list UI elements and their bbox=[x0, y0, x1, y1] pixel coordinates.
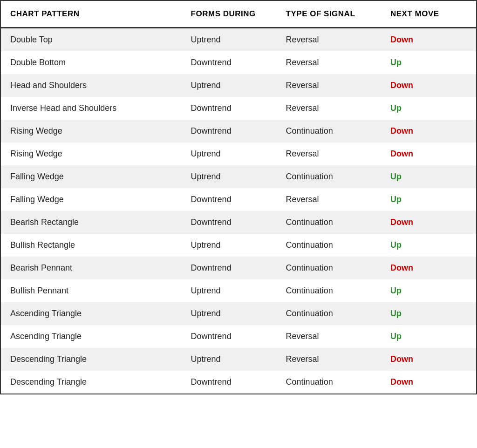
cell-signal-type: Continuation bbox=[277, 234, 381, 257]
table-row: Descending TriangleDowntrendContinuation… bbox=[1, 371, 476, 394]
header-type-of-signal: TYPE OF SIGNAL bbox=[277, 1, 381, 28]
cell-signal-type: Reversal bbox=[277, 143, 381, 165]
header-next-move: NEXT MOVE bbox=[381, 1, 476, 28]
cell-chart-pattern: Head and Shoulders bbox=[1, 74, 182, 97]
table-header-row: CHART PATTERN FORMS DURING TYPE OF SIGNA… bbox=[1, 1, 476, 28]
cell-signal-type: Reversal bbox=[277, 325, 381, 348]
cell-chart-pattern: Bullish Rectangle bbox=[1, 234, 182, 257]
table-row: Falling WedgeUptrendContinuationUp bbox=[1, 165, 476, 188]
cell-next-move: Up bbox=[381, 279, 476, 302]
cell-next-move: Up bbox=[381, 165, 476, 188]
cell-forms-during: Uptrend bbox=[182, 348, 277, 371]
cell-chart-pattern: Bearish Pennant bbox=[1, 257, 182, 279]
cell-chart-pattern: Rising Wedge bbox=[1, 143, 182, 165]
cell-forms-during: Uptrend bbox=[182, 234, 277, 257]
table-row: Bullish PennantUptrendContinuationUp bbox=[1, 279, 476, 302]
cell-forms-during: Downtrend bbox=[182, 257, 277, 279]
cell-next-move: Up bbox=[381, 51, 476, 74]
cell-forms-during: Downtrend bbox=[182, 188, 277, 211]
cell-forms-during: Uptrend bbox=[182, 165, 277, 188]
table-row: Double BottomDowntrendReversalUp bbox=[1, 51, 476, 74]
cell-chart-pattern: Ascending Triangle bbox=[1, 325, 182, 348]
cell-chart-pattern: Falling Wedge bbox=[1, 188, 182, 211]
cell-signal-type: Continuation bbox=[277, 279, 381, 302]
cell-signal-type: Continuation bbox=[277, 211, 381, 234]
table-row: Inverse Head and ShouldersDowntrendRever… bbox=[1, 97, 476, 120]
table-row: Double TopUptrendReversalDown bbox=[1, 28, 476, 52]
cell-next-move: Up bbox=[381, 234, 476, 257]
cell-signal-type: Reversal bbox=[277, 74, 381, 97]
table-row: Falling WedgeDowntrendReversalUp bbox=[1, 188, 476, 211]
table-row: Rising WedgeDowntrendContinuationDown bbox=[1, 120, 476, 143]
chart-patterns-table: CHART PATTERN FORMS DURING TYPE OF SIGNA… bbox=[1, 1, 476, 394]
cell-next-move: Down bbox=[381, 211, 476, 234]
cell-next-move: Down bbox=[381, 143, 476, 165]
cell-forms-during: Downtrend bbox=[182, 371, 277, 394]
cell-forms-during: Downtrend bbox=[182, 51, 277, 74]
cell-chart-pattern: Double Bottom bbox=[1, 51, 182, 74]
cell-next-move: Up bbox=[381, 97, 476, 120]
cell-signal-type: Continuation bbox=[277, 165, 381, 188]
header-chart-pattern: CHART PATTERN bbox=[1, 1, 182, 28]
header-forms-during: FORMS DURING bbox=[182, 1, 277, 28]
table-row: Rising WedgeUptrendReversalDown bbox=[1, 143, 476, 165]
cell-signal-type: Reversal bbox=[277, 348, 381, 371]
cell-forms-during: Uptrend bbox=[182, 143, 277, 165]
cell-chart-pattern: Falling Wedge bbox=[1, 165, 182, 188]
table-row: Ascending TriangleUptrendContinuationUp bbox=[1, 302, 476, 325]
cell-chart-pattern: Double Top bbox=[1, 28, 182, 52]
cell-forms-during: Uptrend bbox=[182, 74, 277, 97]
table-row: Descending TriangleUptrendReversalDown bbox=[1, 348, 476, 371]
cell-chart-pattern: Descending Triangle bbox=[1, 348, 182, 371]
cell-next-move: Down bbox=[381, 371, 476, 394]
cell-next-move: Up bbox=[381, 188, 476, 211]
cell-signal-type: Reversal bbox=[277, 51, 381, 74]
table-row: Ascending TriangleDowntrendReversalUp bbox=[1, 325, 476, 348]
cell-chart-pattern: Ascending Triangle bbox=[1, 302, 182, 325]
cell-forms-during: Uptrend bbox=[182, 28, 277, 52]
cell-signal-type: Continuation bbox=[277, 302, 381, 325]
cell-chart-pattern: Bearish Rectangle bbox=[1, 211, 182, 234]
chart-patterns-table-container: CHART PATTERN FORMS DURING TYPE OF SIGNA… bbox=[0, 0, 477, 394]
table-row: Bearish PennantDowntrendContinuationDown bbox=[1, 257, 476, 279]
cell-signal-type: Reversal bbox=[277, 28, 381, 52]
cell-signal-type: Continuation bbox=[277, 120, 381, 143]
cell-signal-type: Reversal bbox=[277, 97, 381, 120]
cell-next-move: Down bbox=[381, 120, 476, 143]
cell-chart-pattern: Inverse Head and Shoulders bbox=[1, 97, 182, 120]
table-row: Bullish RectangleUptrendContinuationUp bbox=[1, 234, 476, 257]
cell-signal-type: Reversal bbox=[277, 188, 381, 211]
cell-next-move: Up bbox=[381, 325, 476, 348]
cell-next-move: Down bbox=[381, 257, 476, 279]
cell-forms-during: Downtrend bbox=[182, 325, 277, 348]
cell-forms-during: Downtrend bbox=[182, 97, 277, 120]
cell-chart-pattern: Descending Triangle bbox=[1, 371, 182, 394]
cell-signal-type: Continuation bbox=[277, 371, 381, 394]
table-row: Bearish RectangleDowntrendContinuationDo… bbox=[1, 211, 476, 234]
cell-forms-during: Uptrend bbox=[182, 302, 277, 325]
cell-next-move: Down bbox=[381, 28, 476, 52]
cell-signal-type: Continuation bbox=[277, 257, 381, 279]
table-row: Head and ShouldersUptrendReversalDown bbox=[1, 74, 476, 97]
cell-forms-during: Uptrend bbox=[182, 279, 277, 302]
cell-next-move: Down bbox=[381, 348, 476, 371]
cell-forms-during: Downtrend bbox=[182, 211, 277, 234]
cell-next-move: Down bbox=[381, 74, 476, 97]
cell-chart-pattern: Rising Wedge bbox=[1, 120, 182, 143]
cell-forms-during: Downtrend bbox=[182, 120, 277, 143]
cell-next-move: Up bbox=[381, 302, 476, 325]
cell-chart-pattern: Bullish Pennant bbox=[1, 279, 182, 302]
